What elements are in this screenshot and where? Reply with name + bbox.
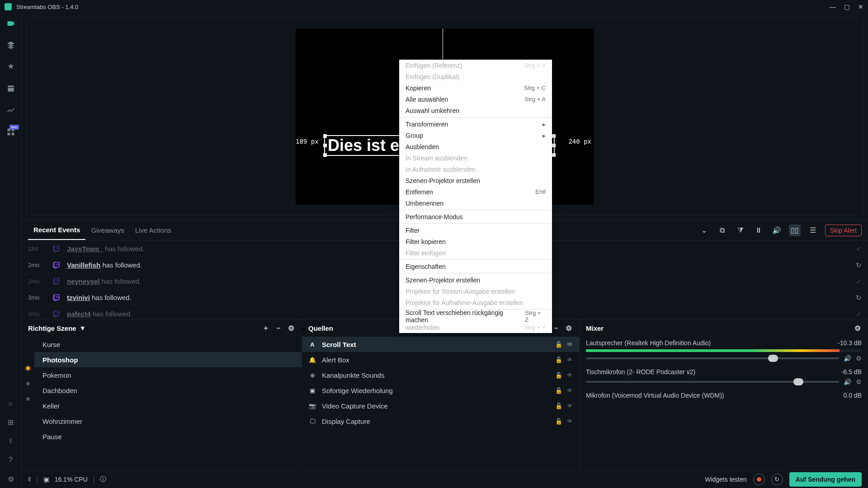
- scene-item[interactable]: Dachboden: [34, 383, 302, 398]
- source-item[interactable]: ▣ Sofortige Wiederholung 🔓👁: [302, 383, 579, 398]
- scene-item[interactable]: Photoshop: [34, 352, 302, 367]
- tab-live-actions[interactable]: Live Actions: [130, 221, 177, 239]
- scene-settings-button[interactable]: ⚙: [287, 324, 295, 332]
- menu-item[interactable]: Performance-Modus: [399, 211, 552, 222]
- volume-icon[interactable]: 🔊: [771, 225, 783, 236]
- visibility-icon[interactable]: 👁: [567, 418, 573, 425]
- dropdown-icon[interactable]: ▾: [81, 324, 85, 332]
- lock-icon[interactable]: 🔓: [555, 403, 562, 409]
- pause-icon[interactable]: ⏸: [753, 225, 764, 236]
- apps-icon[interactable]: Neu: [6, 127, 15, 136]
- lock-icon[interactable]: 🔓: [555, 341, 562, 348]
- view-split-icon[interactable]: ▯▯: [789, 225, 801, 236]
- close-icon[interactable]: ✕: [858, 3, 863, 10]
- plugins-icon[interactable]: [6, 62, 15, 71]
- camera-icon[interactable]: [6, 19, 15, 28]
- tab-giveaways[interactable]: Giveaways: [85, 221, 129, 239]
- event-user[interactable]: tzvinivi: [67, 294, 90, 301]
- lock-icon[interactable]: 🔓: [555, 418, 562, 425]
- add-scene-button[interactable]: ＋: [262, 324, 270, 332]
- menu-item[interactable]: Szenen-Projektor erstellen: [399, 274, 552, 286]
- event-user[interactable]: pafect4: [67, 310, 91, 318]
- menu-item[interactable]: Transformieren▸: [399, 118, 552, 130]
- menu-item[interactable]: EntfernenEntf: [399, 186, 552, 197]
- check-icon[interactable]: ✓: [856, 245, 862, 253]
- refresh-icon[interactable]: ↻: [856, 294, 862, 302]
- source-settings-button[interactable]: ⚙: [565, 324, 573, 332]
- menu-item[interactable]: Szenen-Projektor erstellen: [399, 175, 552, 186]
- visibility-icon[interactable]: 👁: [567, 372, 573, 379]
- source-item[interactable]: 📷 Video Capture Device 🔓👁: [302, 398, 579, 413]
- filter-icon[interactable]: ⧩: [735, 225, 746, 236]
- tab-recent-events[interactable]: Recent Events: [28, 221, 85, 240]
- layers-icon[interactable]: [6, 41, 15, 50]
- source-item[interactable]: 🔔 Alert Box 🔓👁: [302, 352, 579, 367]
- scene-item[interactable]: Wohnzimmer: [34, 413, 302, 429]
- event-user[interactable]: JaysTeam_: [67, 245, 103, 253]
- gear-icon[interactable]: ⚙: [856, 355, 862, 362]
- info-icon[interactable]: ⓘ: [100, 475, 106, 483]
- record-button[interactable]: [753, 474, 765, 485]
- scene-item[interactable]: Kurse: [34, 337, 302, 352]
- test-widgets-button[interactable]: Widgets testen: [705, 476, 747, 483]
- resize-handle[interactable]: [323, 134, 327, 138]
- analytics-icon[interactable]: [6, 106, 15, 115]
- settings-icon[interactable]: ⚙: [6, 474, 15, 483]
- menu-item[interactable]: Group▸: [399, 130, 552, 141]
- chevron-down-icon[interactable]: ⌄: [698, 225, 710, 236]
- remove-source-button[interactable]: －: [552, 324, 560, 332]
- minimize-icon[interactable]: —: [830, 3, 836, 10]
- check-icon[interactable]: ✓: [856, 310, 862, 318]
- menu-item[interactable]: Ausblenden: [399, 141, 552, 152]
- resize-handle[interactable]: [552, 134, 556, 138]
- maximize-icon[interactable]: ▢: [844, 3, 850, 10]
- event-user[interactable]: Vanillefish: [67, 261, 100, 269]
- perf-icon[interactable]: ⫴: [28, 475, 31, 483]
- menu-item[interactable]: Eigenschaften: [399, 261, 552, 272]
- resize-handle[interactable]: [552, 144, 556, 147]
- resize-handle[interactable]: [323, 153, 327, 157]
- source-item[interactable]: A Scroll Text 🔓👁: [302, 337, 579, 352]
- lock-icon[interactable]: 🔓: [555, 357, 562, 363]
- source-item[interactable]: 🖵 Display Capture 🔓👁: [302, 413, 579, 429]
- visibility-icon[interactable]: 👁: [567, 403, 573, 409]
- check-icon[interactable]: ✓: [856, 277, 862, 286]
- source-item[interactable]: ⊕ Kanalpunkte Sounds 🔓👁: [302, 367, 579, 383]
- search-icon[interactable]: ⌕: [6, 399, 15, 408]
- resize-handle[interactable]: [323, 144, 327, 147]
- help-icon[interactable]: ?: [6, 455, 15, 465]
- lock-icon[interactable]: 🔓: [555, 387, 562, 394]
- context-menu[interactable]: Einfügen (Referenz)Strg + VEinfügen (Dup…: [399, 60, 552, 333]
- event-user[interactable]: neyneysel: [67, 277, 100, 285]
- menu-item[interactable]: KopierenStrg + C: [399, 82, 552, 94]
- scene-item[interactable]: Pokemon: [34, 367, 302, 383]
- grid-icon[interactable]: ⊞: [6, 418, 15, 427]
- equalizer-icon[interactable]: ⫴: [6, 436, 15, 446]
- menu-item[interactable]: Alle auswählenStrg + A: [399, 94, 552, 105]
- visibility-icon[interactable]: 👁: [567, 341, 573, 348]
- resize-handle[interactable]: [552, 153, 556, 157]
- mute-icon[interactable]: 🔊: [844, 355, 851, 362]
- scene-item[interactable]: Keller: [34, 398, 302, 413]
- menu-item[interactable]: Scroll Text verschieben rückgängig mache…: [399, 310, 552, 322]
- view-list-icon[interactable]: ☰: [807, 225, 819, 236]
- scene-item[interactable]: Pause: [34, 429, 302, 444]
- menu-item[interactable]: Umbenennen: [399, 197, 552, 209]
- visibility-icon[interactable]: 👁: [567, 387, 573, 394]
- menu-item[interactable]: Auswahl umkehren: [399, 105, 552, 116]
- volume-slider[interactable]: [586, 381, 839, 383]
- menu-item[interactable]: Filter kopieren: [399, 236, 552, 247]
- lock-icon[interactable]: 🔓: [555, 372, 562, 379]
- skip-alert-button[interactable]: Skip Alert: [825, 225, 862, 236]
- refresh-icon[interactable]: ↻: [856, 261, 862, 269]
- store-icon[interactable]: [6, 84, 15, 93]
- volume-slider[interactable]: [586, 357, 839, 359]
- visibility-icon[interactable]: 👁: [567, 357, 573, 363]
- mute-icon[interactable]: 🔊: [844, 378, 851, 385]
- mixer-settings-button[interactable]: ⚙: [854, 324, 862, 332]
- menu-item[interactable]: Filter: [399, 225, 552, 236]
- refresh-button[interactable]: ↻: [771, 474, 783, 485]
- remove-scene-button[interactable]: －: [274, 324, 283, 332]
- copy-icon[interactable]: ⧉: [717, 225, 728, 236]
- gear-icon[interactable]: ⚙: [856, 378, 862, 385]
